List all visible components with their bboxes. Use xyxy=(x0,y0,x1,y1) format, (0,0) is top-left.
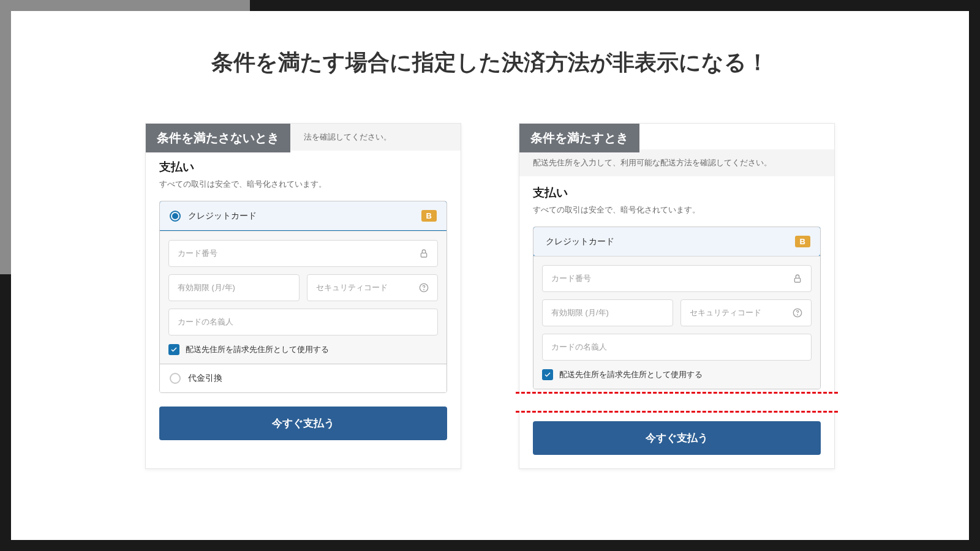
lock-icon xyxy=(793,274,802,283)
option-credit-card[interactable]: クレジットカード B xyxy=(159,201,447,231)
billing-same-checkbox[interactable]: 配送先住所を請求先住所として使用する xyxy=(168,344,438,355)
cvv-input[interactable]: セキュリティコード xyxy=(680,299,812,326)
section-subtitle: すべての取引は安全で、暗号化されています。 xyxy=(533,204,821,216)
radio-cod-icon xyxy=(170,373,181,384)
checkbox-icon xyxy=(542,369,553,380)
pay-now-button[interactable]: 今すぐ支払う xyxy=(533,421,821,455)
info-bar: 配送先住所を入力して、利用可能な配送方法を確認してください。 xyxy=(519,149,834,176)
credit-card-form: カード番号 有効期限 (月/年) セキュリティコード カードの名義人 xyxy=(160,231,447,364)
cvv-placeholder: セキュリティコード xyxy=(316,282,388,293)
billing-same-checkbox[interactable]: 配送先住所を請求先住所として使用する xyxy=(542,369,812,380)
card-number-input[interactable]: カード番号 xyxy=(542,265,812,292)
cvv-placeholder: セキュリティコード xyxy=(690,307,761,318)
panel-condition-not-met: 条件を満たさないとき 法を確認してください。 支払い すべての取引は安全で、暗号… xyxy=(145,123,461,469)
payment-section-header: 支払い すべての取引は安全で、暗号化されています。 xyxy=(146,151,461,190)
payment-options-box: クレジットカード B カード番号 有効期限 (月/年) セキュリティコ xyxy=(533,227,821,389)
option-credit-card[interactable]: クレジットカード B xyxy=(533,227,821,257)
payment-options-box: クレジットカード B カード番号 有効期限 (月/年) セキュリティコ xyxy=(159,201,447,393)
credit-card-form: カード番号 有効期限 (月/年) セキュリティコード カードの名義人 xyxy=(533,256,820,389)
radio-credit-card-icon xyxy=(170,211,181,222)
hidden-option-highlight xyxy=(516,392,838,413)
billing-checkbox-label: 配送先住所を請求先住所として使用する xyxy=(559,369,703,380)
cardholder-name-input[interactable]: カードの名義人 xyxy=(168,309,438,335)
credit-card-label: クレジットカード xyxy=(546,236,614,247)
cvv-input[interactable]: セキュリティコード xyxy=(307,274,438,301)
payment-section-header: 支払い すべての取引は安全で、暗号化されています。 xyxy=(519,176,834,216)
billing-checkbox-label: 配送先住所を請求先住所として使用する xyxy=(186,344,329,355)
expiry-input[interactable]: 有効期限 (月/年) xyxy=(542,299,673,326)
cardholder-placeholder: カードの名義人 xyxy=(551,342,607,353)
main-card: 条件を満たす場合に指定した決済方法が非表示になる！ 条件を満たさないとき 法を確… xyxy=(11,11,969,540)
cod-label: 代金引換 xyxy=(188,373,222,384)
card-number-placeholder: カード番号 xyxy=(551,273,591,284)
panels-container: 条件を満たさないとき 法を確認してください。 支払い すべての取引は安全で、暗号… xyxy=(11,123,969,469)
help-icon xyxy=(419,283,429,293)
lock-icon xyxy=(419,249,429,258)
card-number-placeholder: カード番号 xyxy=(178,248,217,259)
panel-condition-met: 条件を満たすとき 配送先住所を入力して、利用可能な配送方法を確認してください。 … xyxy=(519,123,835,469)
expiry-input[interactable]: 有効期限 (月/年) xyxy=(168,274,300,301)
cardholder-name-input[interactable]: カードの名義人 xyxy=(542,334,812,361)
brand-badge-icon: B xyxy=(795,236,810,247)
svg-rect-0 xyxy=(421,253,426,257)
svg-point-5 xyxy=(797,315,798,315)
option-cash-on-delivery[interactable]: 代金引換 xyxy=(160,364,447,392)
section-title: 支払い xyxy=(533,185,821,201)
section-subtitle: すべての取引は安全で、暗号化されています。 xyxy=(159,179,447,190)
cardholder-placeholder: カードの名義人 xyxy=(178,317,233,328)
svg-point-2 xyxy=(424,290,424,290)
info-text: 配送先住所を入力して、利用可能な配送方法を確認してください。 xyxy=(533,157,772,168)
expiry-placeholder: 有効期限 (月/年) xyxy=(178,282,235,293)
tag-condition-not-met: 条件を満たさないとき xyxy=(146,124,290,152)
help-icon xyxy=(793,308,802,318)
card-number-input[interactable]: カード番号 xyxy=(168,240,438,267)
info-text: 法を確認してください。 xyxy=(304,132,391,143)
credit-card-label: クレジットカード xyxy=(188,211,257,222)
page-title: 条件を満たす場合に指定した決済方法が非表示になる！ xyxy=(11,48,969,78)
section-title: 支払い xyxy=(159,159,447,175)
expiry-placeholder: 有効期限 (月/年) xyxy=(551,307,609,318)
brand-badge-icon: B xyxy=(421,210,437,222)
pay-now-button[interactable]: 今すぐ支払う xyxy=(159,407,447,440)
checkbox-icon xyxy=(168,344,179,355)
svg-rect-3 xyxy=(794,278,800,282)
tag-condition-met: 条件を満たすとき xyxy=(519,124,639,152)
